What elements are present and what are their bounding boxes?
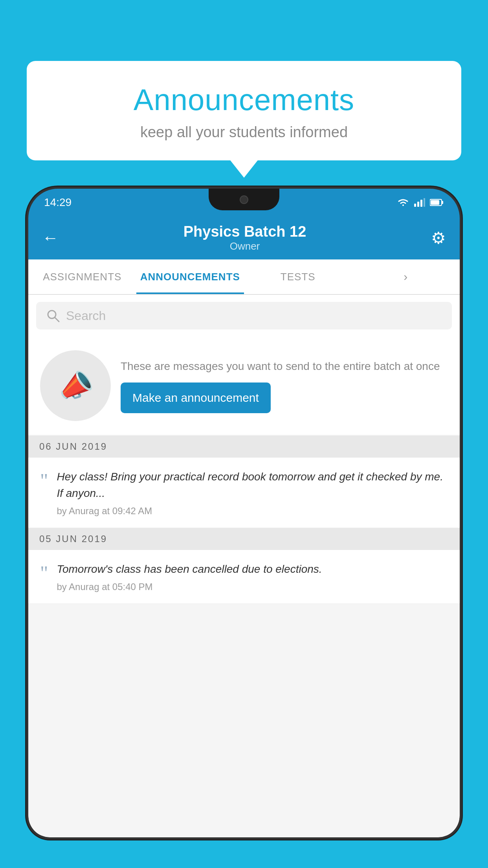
back-button[interactable]: ← — [42, 228, 59, 247]
announcement-text-2: Tomorrow's class has been cancelled due … — [57, 561, 448, 592]
tab-announcements[interactable]: ANNOUNCEMENTS — [136, 259, 244, 294]
svg-rect-0 — [414, 204, 416, 207]
announcement-meta-1: by Anurag at 09:42 AM — [57, 506, 448, 517]
phone-frame: 14:29 — [28, 189, 460, 837]
header-title-group: Physics Batch 12 Owner — [183, 223, 306, 252]
search-placeholder: Search — [66, 309, 106, 323]
announcement-message-2: Tomorrow's class has been cancelled due … — [57, 561, 448, 577]
date-separator-2: 05 JUN 2019 — [28, 528, 460, 550]
promo-description: These are messages you want to send to t… — [121, 358, 448, 375]
svg-rect-1 — [417, 202, 419, 207]
quote-icon-2: " — [40, 563, 48, 583]
signal-icon — [414, 198, 425, 207]
search-bar-container: Search — [28, 295, 460, 337]
announcement-item-2[interactable]: " Tomorrow's class has been cancelled du… — [28, 550, 460, 604]
tab-more[interactable]: › — [352, 259, 460, 294]
search-bar[interactable]: Search — [36, 302, 452, 329]
bubble-title: Announcements — [50, 83, 438, 117]
batch-name: Physics Batch 12 — [183, 223, 306, 240]
svg-rect-3 — [424, 198, 425, 207]
svg-line-8 — [55, 318, 59, 322]
bubble-subtitle: keep all your students informed — [50, 124, 438, 141]
promo-icon-circle: 📣 — [40, 350, 111, 421]
screen-content: Search 📣 These are messages you want to … — [28, 295, 460, 837]
status-bar: 14:29 — [28, 189, 460, 216]
megaphone-icon: 📣 — [54, 365, 97, 406]
phone-container: 14:29 — [28, 189, 460, 868]
user-role: Owner — [183, 240, 306, 252]
make-announcement-button[interactable]: Make an announcement — [121, 383, 271, 413]
battery-icon — [430, 199, 444, 206]
speech-bubble-section: Announcements keep all your students inf… — [27, 61, 461, 160]
promo-right: These are messages you want to send to t… — [121, 358, 448, 413]
camera-dot — [240, 195, 248, 204]
settings-icon[interactable]: ⚙ — [431, 228, 446, 248]
promo-card: 📣 These are messages you want to send to… — [28, 337, 460, 435]
tabs-bar: ASSIGNMENTS ANNOUNCEMENTS TESTS › — [28, 259, 460, 295]
tab-assignments[interactable]: ASSIGNMENTS — [28, 259, 136, 294]
date-separator-1: 06 JUN 2019 — [28, 436, 460, 458]
svg-rect-6 — [431, 200, 439, 205]
announcement-text-1: Hey class! Bring your practical record b… — [57, 469, 448, 517]
speech-bubble: Announcements keep all your students inf… — [27, 61, 461, 160]
search-icon — [46, 309, 60, 323]
tab-tests[interactable]: TESTS — [244, 259, 352, 294]
quote-icon-1: " — [40, 471, 48, 490]
announcement-message-1: Hey class! Bring your practical record b… — [57, 469, 448, 502]
announcement-meta-2: by Anurag at 05:40 PM — [57, 581, 448, 592]
wifi-icon — [397, 198, 409, 207]
status-time: 14:29 — [44, 196, 72, 209]
phone-inner: 14:29 — [28, 189, 460, 837]
svg-rect-2 — [420, 200, 422, 207]
status-icons — [397, 198, 444, 207]
svg-rect-5 — [442, 201, 443, 204]
notch — [209, 189, 279, 210]
announcement-item-1[interactable]: " Hey class! Bring your practical record… — [28, 458, 460, 528]
app-header: ← Physics Batch 12 Owner ⚙ — [28, 216, 460, 259]
